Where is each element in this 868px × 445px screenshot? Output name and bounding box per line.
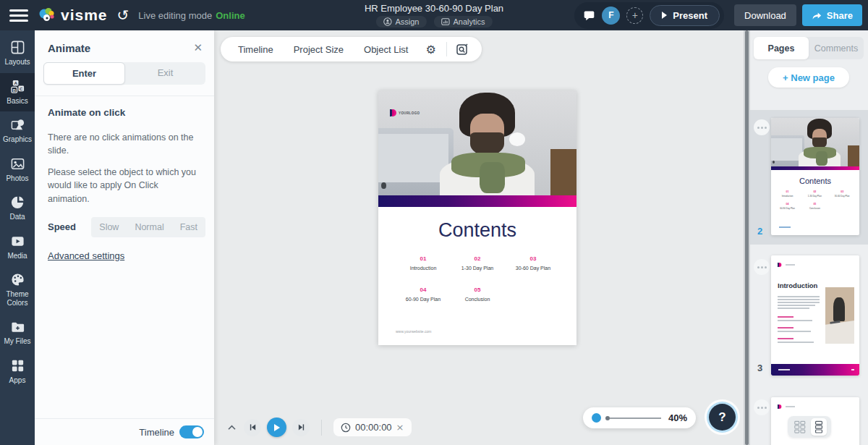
- chevron-up-icon[interactable]: [226, 424, 238, 431]
- speed-option-normal[interactable]: Normal: [127, 217, 171, 237]
- animate-panel: Animate ✕ Enter Exit Animate on click Th…: [35, 30, 214, 445]
- list-view-icon[interactable]: [811, 418, 827, 436]
- sidebar-item-media[interactable]: Media: [0, 228, 35, 267]
- photos-icon: [10, 156, 25, 171]
- sidebar-item-layouts[interactable]: Layouts: [0, 34, 35, 73]
- sidebar-item-basics[interactable]: A B C Basics: [0, 73, 35, 112]
- page-number: 3: [757, 363, 762, 373]
- play-button[interactable]: [267, 418, 286, 437]
- timeline-toggle[interactable]: [179, 425, 204, 438]
- skip-to-end-button[interactable]: [292, 419, 310, 436]
- page-3-options-icon[interactable]: [754, 259, 770, 275]
- enter-exit-tabs: Enter Exit: [43, 62, 205, 85]
- add-collaborator-button[interactable]: +: [626, 7, 643, 24]
- page-4-options-icon[interactable]: [754, 399, 770, 415]
- slide-logo[interactable]: YOURLOGO: [390, 109, 420, 116]
- visme-logo[interactable]: visme: [38, 7, 108, 24]
- thumbnail-gradient-bar: [771, 166, 859, 170]
- tab-timeline[interactable]: Timeline: [228, 44, 284, 55]
- download-button[interactable]: Download: [734, 4, 796, 26]
- present-play-icon: [662, 12, 667, 19]
- speed-row: Speed Slow Normal Fast: [48, 217, 205, 237]
- topbar-center: HR Employee 30-60-90 Day Plan Assign: [365, 3, 503, 27]
- undo-icon[interactable]: ↺: [117, 8, 129, 22]
- thumbnail-photo: [825, 287, 854, 344]
- grid-view-icon[interactable]: [792, 419, 808, 435]
- present-button[interactable]: Present: [650, 5, 720, 26]
- divider: [446, 42, 447, 56]
- svg-text:C: C: [20, 85, 23, 90]
- page-number: 2: [757, 226, 762, 237]
- thumbnail-view-toggle: [788, 416, 831, 438]
- tab-exit[interactable]: Exit: [125, 62, 205, 85]
- zoom-slider-track[interactable]: [610, 418, 661, 419]
- tab-project-size[interactable]: Project Size: [284, 44, 354, 55]
- clock-icon: [341, 423, 351, 433]
- zoom-slider-handle[interactable]: [592, 413, 601, 423]
- timeline-toggle-label: Timeline: [139, 427, 174, 438]
- data-icon: [10, 195, 25, 210]
- slide-hero-photo[interactable]: YOURLOGO: [378, 90, 576, 195]
- tab-object-list[interactable]: Object List: [354, 44, 418, 55]
- svg-text:B: B: [12, 87, 16, 92]
- slide-canvas[interactable]: YOURLOGO Contents 01 Introduction 02 1-3…: [378, 90, 576, 345]
- speed-option-slow[interactable]: Slow: [91, 217, 127, 237]
- left-toolbar-rail: Layouts A B C Basics Graphics: [0, 30, 35, 445]
- share-button[interactable]: Share: [802, 4, 862, 26]
- comment-icon[interactable]: [583, 9, 595, 22]
- sidebar-item-my-files[interactable]: My Files: [0, 313, 35, 352]
- gear-icon[interactable]: ⚙: [418, 43, 443, 56]
- object-search-icon[interactable]: [450, 43, 475, 56]
- pages-comments-tabs: Pages Comments: [754, 37, 864, 59]
- thumbnail-logo: [778, 403, 795, 410]
- media-icon: [10, 234, 25, 249]
- assign-button[interactable]: Assign: [375, 16, 426, 27]
- toc-item-3[interactable]: 03 30-60 Day Plan: [503, 255, 563, 271]
- page-3-thumbnail[interactable]: Introduction: [771, 255, 859, 376]
- canvas-toolbar: Timeline Project Size Object List ⚙: [221, 37, 482, 62]
- page-2-selected-row: Contents 01Introduction 021-30 Day Plan …: [750, 110, 868, 245]
- hamburger-menu-icon[interactable]: [9, 9, 28, 22]
- slide-website[interactable]: www.yourwebsite.com: [396, 329, 431, 334]
- close-icon[interactable]: ✕: [193, 41, 203, 54]
- advanced-settings-link[interactable]: Advanced settings: [48, 250, 124, 261]
- zoom-value: 40%: [668, 412, 687, 423]
- logo-mark-icon: [390, 109, 396, 116]
- page-2-options-icon[interactable]: [754, 119, 770, 135]
- page-2-thumbnail[interactable]: Contents 01Introduction 021-30 Day Plan …: [771, 118, 859, 235]
- gradient-divider-bar[interactable]: [378, 195, 576, 207]
- scrollbar-thumb[interactable]: [745, 30, 749, 445]
- help-button[interactable]: ?: [709, 404, 736, 431]
- tab-comments[interactable]: Comments: [809, 37, 864, 59]
- animate-panel-footer: Timeline: [35, 418, 214, 445]
- animate-panel-header: Animate ✕: [35, 30, 214, 62]
- speed-option-fast[interactable]: Fast: [172, 217, 205, 237]
- toc-item-5[interactable]: 05 Conclusion: [447, 287, 508, 302]
- toc-item-4[interactable]: 04 60-90 Day Plan: [393, 287, 454, 302]
- toc-item-1[interactable]: 01 Introduction: [393, 255, 454, 271]
- sidebar-item-photos[interactable]: Photos: [0, 151, 35, 190]
- avatar[interactable]: F: [602, 7, 620, 25]
- skip-to-start-button[interactable]: [244, 419, 261, 436]
- analytics-button[interactable]: Analytics: [434, 16, 493, 27]
- tab-pages[interactable]: Pages: [754, 37, 809, 59]
- new-page-button[interactable]: + New page: [768, 67, 849, 88]
- share-label: Share: [827, 10, 853, 21]
- timer-close-icon[interactable]: ×: [396, 422, 404, 433]
- visme-editor: visme ↺ Live editing modeOnline HR Emplo…: [0, 0, 868, 445]
- graphics-icon: [10, 117, 25, 132]
- visme-bird-icon: [38, 7, 56, 24]
- canvas-area: Timeline Project Size Object List ⚙: [214, 30, 744, 445]
- toc-item-2[interactable]: 02 1-30 Day Plan: [447, 255, 508, 271]
- divider: [321, 420, 322, 436]
- share-arrow-icon: [812, 11, 822, 20]
- animate-panel-title: Animate: [48, 42, 90, 54]
- tab-enter[interactable]: Enter: [43, 62, 125, 85]
- sidebar-item-theme-colors[interactable]: Theme Colors: [0, 266, 35, 313]
- sidebar-item-apps[interactable]: Apps: [0, 352, 35, 391]
- sidebar-item-data[interactable]: Data: [0, 189, 35, 228]
- thumbnail-photo: [771, 118, 859, 166]
- slide-title[interactable]: Contents: [378, 219, 576, 242]
- svg-text:A: A: [14, 80, 17, 85]
- sidebar-item-graphics[interactable]: Graphics: [0, 111, 35, 151]
